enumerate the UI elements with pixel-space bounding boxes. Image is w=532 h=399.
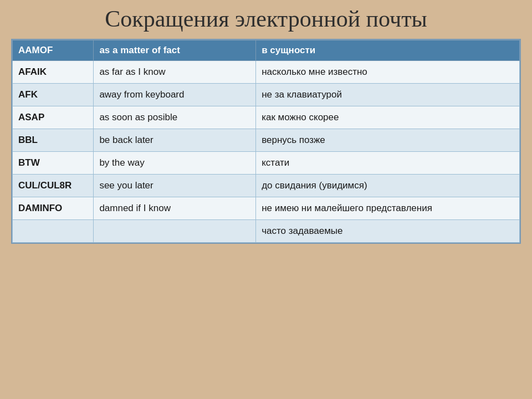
cell-russian: часто задаваемые [256,220,520,243]
cell-russian: как можно скорее [256,106,520,129]
cell-english: as soon as posible [94,106,256,129]
table-row: BTWby the wayкстати [13,152,520,175]
table-row: часто задаваемые [13,220,520,243]
table-row: ASAPas soon as posibleкак можно скорее [13,106,520,129]
cell-abbr: AFK [13,84,94,106]
header-russian: в сущности [256,40,520,61]
cell-english: as far as I know [94,61,256,84]
table-row: CUL/CUL8Rsee you laterдо свидания (увиди… [13,175,520,197]
cell-abbr: CUL/CUL8R [13,175,94,197]
cell-abbr: DAMINFO [13,197,94,220]
page-title: Сокращения электронной почты [11,6,521,32]
table-row: AFAIKas far as I knowнасколько мне извес… [13,61,520,84]
cell-abbr: AFAIK [13,61,94,84]
table-row: DAMINFOdamned if I knowне имею ни малейш… [13,197,520,220]
header-english: as a matter of fact [94,40,256,61]
cell-abbr: BTW [13,152,94,175]
cell-english: damned if I know [94,197,256,220]
cell-russian: кстати [256,152,520,175]
cell-english: see you later [94,175,256,197]
cell-english [94,220,256,243]
cell-abbr: BBL [13,129,94,152]
header-abbr: AAMOF [13,40,94,61]
cell-abbr: ASAP [13,106,94,129]
cell-russian: до свидания (увидимся) [256,175,520,197]
cell-russian: не имею ни малейшего представления [256,197,520,220]
abbreviations-table: AAMOF as a matter of fact в сущности AFA… [12,40,520,243]
cell-abbr [13,220,94,243]
cell-english: away from keyboard [94,84,256,106]
cell-english: by the way [94,152,256,175]
cell-russian: не за клавиатурой [256,84,520,106]
cell-english: be back later [94,129,256,152]
cell-russian: вернусь позже [256,129,520,152]
table-row: BBLbe back laterвернусь позже [13,129,520,152]
cell-russian: насколько мне известно [256,61,520,84]
page-container: Сокращения электронной почты AAMOF as a … [0,0,532,399]
table-wrapper: AAMOF as a matter of fact в сущности AFA… [11,39,521,244]
table-header-row: AAMOF as a matter of fact в сущности [13,40,520,61]
table-row: AFKaway from keyboardне за клавиатурой [13,84,520,106]
